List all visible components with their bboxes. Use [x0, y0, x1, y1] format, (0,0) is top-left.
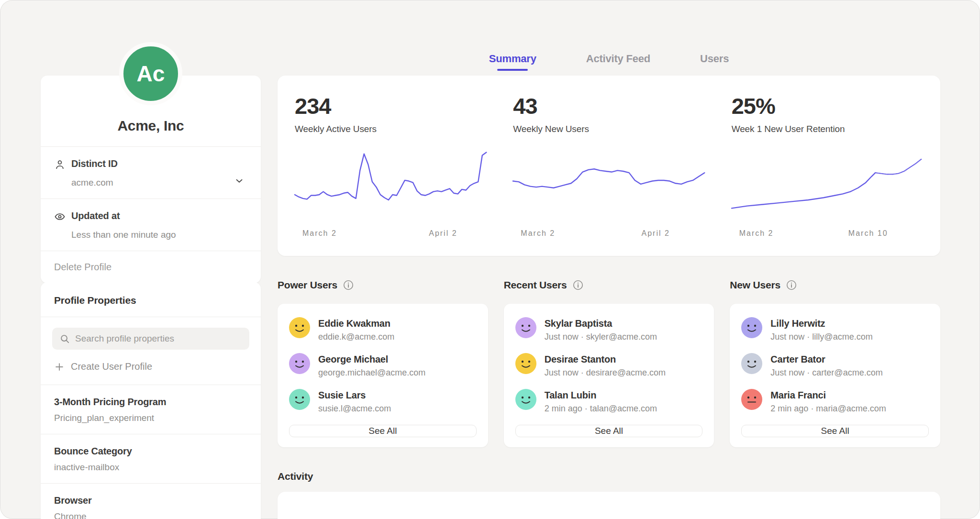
user-sections: Power Users Eddie Kwakman eddie.k@acme.c…: [278, 279, 940, 447]
section-title: Power Users: [278, 279, 337, 291]
section-title: New Users: [730, 279, 780, 291]
user-name: Susie Lars: [318, 389, 391, 401]
section-recent-users: Recent Users Skylar Baptista Just now · …: [504, 279, 714, 447]
power-users-card: Eddie Kwakman eddie.k@acme.com George Mi…: [278, 304, 488, 447]
create-user-profile-label: Create User Profile: [71, 361, 152, 372]
stat-weekly-new-users: 43 Weekly New Users March 2 April 2: [513, 93, 704, 241]
field-value: acme.com: [71, 177, 234, 188]
field-label: Updated at: [71, 210, 234, 224]
screen: Ac Acme, Inc Distinct ID acme.com Update…: [0, 0, 980, 519]
stat-value: 25%: [732, 93, 923, 119]
user-name: Carter Bator: [770, 353, 882, 365]
see-all-button[interactable]: See All: [515, 425, 703, 437]
section-power-users: Power Users Eddie Kwakman eddie.k@acme.c…: [278, 279, 488, 447]
user-name: Lilly Herwitz: [770, 317, 872, 329]
profile-card: Ac Acme, Inc Distinct ID acme.com Update…: [41, 76, 261, 283]
user-subtext: susie.l@acme.com: [318, 404, 391, 414]
stat-label: Week 1 New User Retention: [732, 124, 923, 134]
search-wrap: [52, 328, 249, 350]
user-avatar: [741, 389, 762, 410]
tab-label: Summary: [489, 53, 536, 65]
stat-value: 43: [513, 93, 704, 119]
user-subtext: Just now · carter@acme.com: [770, 368, 882, 378]
user-avatar: [741, 317, 762, 338]
search-icon: [59, 333, 70, 346]
user-avatar: [289, 353, 310, 374]
user-subtext: Just now · skyler@acme.com: [545, 332, 657, 342]
retention-sparkline: [732, 148, 923, 223]
create-user-profile-button[interactable]: Create User Profile: [41, 350, 261, 385]
profile-properties-card: Profile Properties Create User Profile 3…: [41, 282, 261, 519]
chevron-down-icon[interactable]: [234, 176, 247, 188]
user-list-item[interactable]: Skylar Baptista Just now · skyler@acme.c…: [515, 317, 703, 342]
stat-value: 234: [295, 93, 486, 119]
user-avatar: [515, 353, 536, 374]
property-row[interactable]: 3-Month Pricing Program Pricing_plan_exp…: [41, 385, 261, 434]
field-value: Less than one minute ago: [71, 230, 234, 240]
user-list-item[interactable]: Desirae Stanton Just now · desirare@acme…: [515, 353, 703, 378]
doodle-face-icon: [741, 389, 762, 410]
user-list-item[interactable]: Susie Lars susie.l@acme.com: [289, 389, 477, 414]
info-icon[interactable]: [786, 280, 797, 290]
summary-stats-card: 234 Weekly Active Users March 2 April 2 …: [278, 76, 940, 256]
see-all-button[interactable]: See All: [741, 425, 929, 437]
x-axis: March 2 April 2: [513, 229, 704, 241]
doodle-face-icon: [289, 389, 310, 410]
user-list-item[interactable]: George Michael george.michael@acme.com: [289, 353, 477, 378]
plus-icon: [54, 362, 65, 372]
x-axis: March 2 March 10: [732, 229, 923, 241]
field-label: Distinct ID: [71, 158, 234, 172]
info-icon[interactable]: [573, 280, 583, 290]
user-subtext: Just now · lilly@acme.com: [770, 332, 872, 342]
avatar-initials: Ac: [137, 61, 165, 87]
user-avatar: [289, 317, 310, 338]
activity-title: Activity: [278, 471, 313, 482]
property-row[interactable]: Browser Chrome: [41, 483, 261, 519]
distinct-id-row: Distinct ID acme.com: [41, 146, 261, 199]
new-users-card: Lilly Herwitz Just now · lilly@acme.com …: [730, 304, 940, 447]
user-list-item[interactable]: Maria Franci 2 min ago · maria@acme.com: [741, 389, 929, 414]
user-name: Eddie Kwakman: [318, 317, 394, 329]
x-axis: March 2 April 2: [295, 229, 486, 241]
tab-summary[interactable]: Summary: [489, 53, 536, 71]
recent-users-card: Skylar Baptista Just now · skyler@acme.c…: [504, 304, 714, 447]
property-row[interactable]: Bounce Category inactive-mailbox: [41, 434, 261, 483]
app-window: Ac Acme, Inc Distinct ID acme.com Update…: [0, 0, 980, 519]
stat-weekly-active-users: 234 Weekly Active Users March 2 April 2: [295, 93, 486, 241]
doodle-face-icon: [515, 317, 536, 338]
delete-profile-button[interactable]: Delete Profile: [41, 251, 261, 283]
doodle-face-icon: [515, 389, 536, 410]
activity-card: 234 240 3.4k: [278, 492, 940, 519]
user-avatar: [515, 389, 536, 410]
user-list-item[interactable]: Carter Bator Just now · carter@acme.com: [741, 353, 929, 378]
activity-stat-value: 3.4k: [732, 515, 923, 519]
weekly-active-users-sparkline: [295, 148, 486, 223]
tab-activity-feed[interactable]: Activity Feed: [586, 53, 650, 71]
stat-week1-retention: 25% Week 1 New User Retention March 2 Ma…: [732, 93, 923, 241]
doodle-face-icon: [289, 353, 310, 374]
axis-tick-right: April 2: [429, 229, 457, 238]
user-name: Skylar Baptista: [545, 317, 657, 329]
weekly-new-users-sparkline: [513, 148, 704, 223]
user-name: Talan Lubin: [545, 389, 657, 401]
activity-stat-value: 234: [295, 515, 486, 519]
property-value: Pricing_plan_experiment: [54, 413, 247, 423]
info-icon[interactable]: [343, 280, 354, 290]
tab-label: Activity Feed: [586, 53, 650, 65]
property-name: Bounce Category: [54, 446, 247, 457]
avatar: Ac: [119, 42, 182, 105]
axis-tick-left: March 2: [739, 229, 774, 238]
user-list-item[interactable]: Talan Lubin 2 min ago · talan@acme.com: [515, 389, 703, 414]
axis-tick-right: April 2: [642, 229, 670, 238]
user-avatar: [741, 353, 762, 374]
eye-icon: [54, 210, 71, 224]
user-subtext: Just now · desirare@acme.com: [545, 368, 666, 378]
user-list-item[interactable]: Lilly Herwitz Just now · lilly@acme.com: [741, 317, 929, 342]
tab-users[interactable]: Users: [700, 53, 729, 71]
search-profile-properties-input[interactable]: [52, 328, 249, 350]
user-subtext: 2 min ago · talan@acme.com: [545, 404, 657, 414]
user-list-item[interactable]: Eddie Kwakman eddie.k@acme.com: [289, 317, 477, 342]
activity-stat-value: 240: [513, 515, 704, 519]
updated-at-row: Updated at Less than one minute ago: [41, 199, 261, 251]
see-all-button[interactable]: See All: [289, 425, 477, 437]
